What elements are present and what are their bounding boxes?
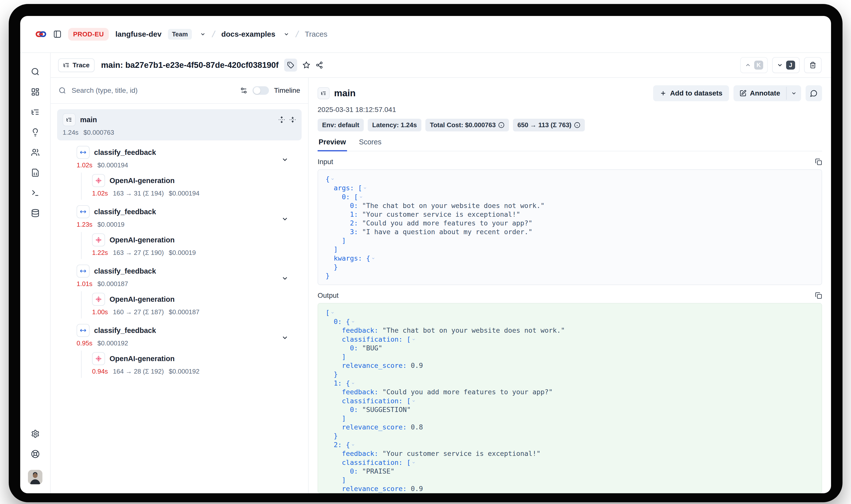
json-line: classification: [ <box>325 458 814 467</box>
tab-preview[interactable]: Preview <box>318 138 347 151</box>
detail-tabs: Preview Scores <box>318 138 822 151</box>
span-children: OpenAI-generation1.02s163 → 31 (Σ 194)$0… <box>81 173 302 200</box>
collapse-span-chevron-icon[interactable] <box>281 334 289 341</box>
tree-span-generation[interactable]: OpenAI-generation0.94s164 → 28 (Σ 192)$0… <box>92 352 302 375</box>
support-lifebuoy-icon[interactable] <box>31 450 40 458</box>
json-collapse-chevron-icon[interactable] <box>331 308 335 317</box>
share-icon[interactable] <box>316 61 323 69</box>
trace-icon <box>318 87 330 99</box>
tree-span-generation[interactable]: OpenAI-generation1.02s163 → 31 (Σ 194)$0… <box>92 174 302 197</box>
comment-bubble-icon <box>810 90 818 97</box>
json-line: ] <box>325 353 814 361</box>
users-nav-icon[interactable] <box>31 148 40 157</box>
json-collapse-chevron-icon[interactable] <box>412 396 415 405</box>
trace-timestamp: 2025-03-31 18:12:57.041 <box>318 106 822 114</box>
copy-output-icon[interactable] <box>815 292 822 299</box>
device-frame: PROD-EU langfuse-dev Team / docs-example… <box>9 4 843 502</box>
span-latency: 1.02s <box>76 161 92 169</box>
org-switcher-chevron-icon[interactable] <box>200 31 206 37</box>
timeline-toggle[interactable] <box>252 86 269 95</box>
user-avatar[interactable] <box>28 470 42 484</box>
span-type-icon <box>76 324 90 337</box>
collapse-span-chevron-icon[interactable] <box>281 215 289 223</box>
generation-tokens: 163 → 27 (Σ 190) <box>113 249 164 257</box>
annotate-menu-chevron-icon[interactable] <box>787 85 801 101</box>
json-collapse-chevron-icon[interactable] <box>371 254 375 262</box>
metric-badge: Latency: 1.24s <box>368 119 421 131</box>
trace-detail-panel: main Add to datasets Annotate <box>308 78 831 493</box>
json-line: 2: { <box>325 440 814 449</box>
json-collapse-chevron-icon[interactable] <box>351 440 355 449</box>
annotate-button[interactable]: Annotate <box>733 85 786 101</box>
tree-span-group: classify_feedback0.95s$0.000192OpenAI-ge… <box>57 324 302 378</box>
settings-gear-icon[interactable] <box>31 429 40 438</box>
delete-trace-button[interactable] <box>804 57 821 73</box>
trace-type-label: Trace <box>73 61 90 69</box>
span-latency: 0.95s <box>76 339 92 347</box>
annotate-split-button[interactable]: Annotate <box>733 85 801 101</box>
add-to-datasets-button[interactable]: Add to datasets <box>653 85 729 101</box>
project-switcher-chevron-icon[interactable] <box>283 31 289 37</box>
view-settings-icon[interactable] <box>240 87 248 94</box>
generation-tokens: 160 → 27 (Σ 187) <box>113 308 164 316</box>
plus-icon <box>660 90 667 97</box>
prompts-file-nav-icon[interactable] <box>31 168 40 177</box>
tree-span-classify-feedback[interactable]: classify_feedback1.02s$0.000194 <box>57 146 302 169</box>
comments-button[interactable] <box>805 85 822 101</box>
tree-span-classify-feedback[interactable]: classify_feedback0.95s$0.000192 <box>57 324 302 347</box>
json-collapse-chevron-icon[interactable] <box>412 335 415 343</box>
search-nav-icon[interactable] <box>31 67 40 76</box>
sidebar-toggle-icon[interactable] <box>53 30 61 38</box>
json-line: 0: [ <box>325 192 814 201</box>
span-latency: 1.01s <box>76 280 92 288</box>
search-input[interactable] <box>71 86 235 95</box>
project-name[interactable]: docs-examples <box>221 30 276 38</box>
json-collapse-chevron-icon[interactable] <box>351 379 355 387</box>
tree-span-classify-feedback[interactable]: classify_feedback1.23s$0.00019 <box>57 205 302 229</box>
breadcrumb-page-traces[interactable]: Traces <box>305 30 327 38</box>
json-collapse-chevron-icon[interactable] <box>351 317 355 326</box>
evals-lightbulb-nav-icon[interactable] <box>31 128 40 137</box>
tree-root-span-main[interactable]: main 1.24s $0.000763 <box>57 109 302 140</box>
expand-all-icon[interactable] <box>278 116 285 123</box>
span-type-icon <box>76 146 90 159</box>
generation-latency: 0.94s <box>92 367 108 375</box>
trace-icon <box>63 113 76 126</box>
generation-name: OpenAI-generation <box>109 295 175 304</box>
tree-span-generation[interactable]: OpenAI-generation1.00s160 → 27 (Σ 187)$0… <box>92 293 302 316</box>
playground-terminal-nav-icon[interactable] <box>31 188 40 197</box>
tree-span-generation[interactable]: OpenAI-generation1.22s163 → 27 (Σ 190)$0… <box>92 233 302 257</box>
collapse-span-chevron-icon[interactable] <box>281 156 289 163</box>
tree-span-classify-feedback[interactable]: classify_feedback1.01s$0.000187 <box>57 265 302 288</box>
prev-trace-button[interactable]: K <box>740 57 768 73</box>
tab-scores[interactable]: Scores <box>358 138 383 151</box>
dashboard-nav-icon[interactable] <box>31 88 40 96</box>
span-cost: $0.000187 <box>97 280 128 288</box>
bookmark-star-icon[interactable] <box>303 61 310 69</box>
span-children: OpenAI-generation1.00s160 → 27 (Σ 187)$0… <box>81 291 302 319</box>
next-trace-button[interactable]: J <box>772 57 800 73</box>
json-collapse-chevron-icon[interactable] <box>331 174 335 183</box>
span-children: OpenAI-generation1.22s163 → 27 (Σ 190)$0… <box>81 232 302 259</box>
json-line: } <box>325 370 814 379</box>
span-arrows-icon <box>80 149 86 156</box>
collapse-span-chevron-icon[interactable] <box>281 274 289 282</box>
datasets-database-nav-icon[interactable] <box>31 209 40 217</box>
json-collapse-chevron-icon[interactable] <box>363 183 367 192</box>
collapse-all-icon[interactable] <box>289 116 296 123</box>
trace-title: main: ba27e7b1-e23e-4f50-87de-420cf03819… <box>101 60 279 70</box>
json-collapse-chevron-icon[interactable] <box>359 192 363 201</box>
generation-icon <box>95 296 102 303</box>
output-section-label: Output <box>318 291 339 300</box>
json-collapse-chevron-icon[interactable] <box>412 458 415 467</box>
org-name[interactable]: langfuse-dev <box>115 30 161 38</box>
traces-nav-icon[interactable] <box>31 108 40 116</box>
page: { "breadcrumb": { "env_badge": "PROD-EU"… <box>0 0 851 504</box>
span-name: classify_feedback <box>94 208 156 216</box>
tree-span-group: classify_feedback1.01s$0.000187OpenAI-ge… <box>57 265 302 319</box>
detail-span-title: main <box>334 88 356 98</box>
copy-input-icon[interactable] <box>815 158 822 165</box>
tag-icon[interactable] <box>284 59 297 72</box>
info-icon <box>498 122 504 128</box>
json-line: args: [ <box>325 183 814 192</box>
